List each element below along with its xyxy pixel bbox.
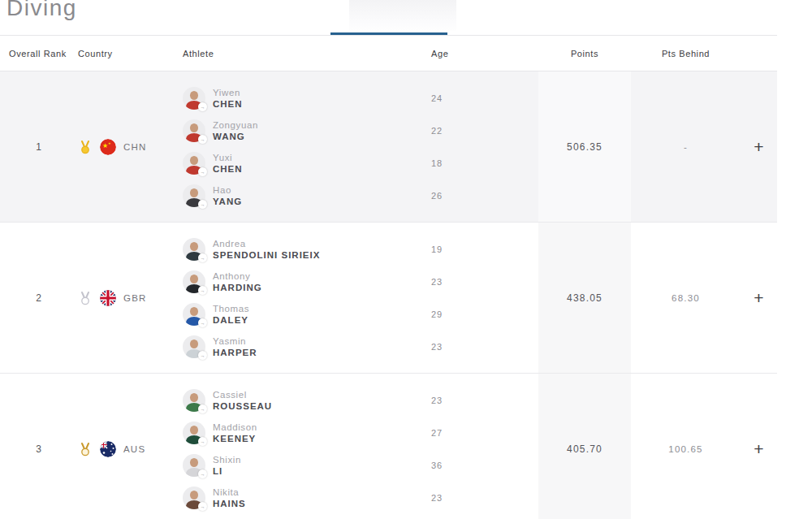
- results-page: Diving Overall Rank Country Athlete Age …: [0, 0, 812, 519]
- header-pts-behind: Pts Behind: [631, 49, 741, 58]
- expand-row-button[interactable]: +: [752, 288, 765, 308]
- athlete-row[interactable]: → Andrea SPENDOLINI SIRIEIX 19: [183, 233, 538, 266]
- pts-behind-value: 100.65: [631, 374, 741, 519]
- athlete-last-name: HAINS: [213, 498, 431, 509]
- overall-rank-value: 3: [0, 374, 78, 519]
- expand-row-button[interactable]: +: [752, 439, 765, 459]
- country-code: AUS: [123, 444, 145, 454]
- athlete-row[interactable]: → Yuxi CHEN 18: [183, 147, 538, 179]
- athlete-avatar: →: [183, 270, 205, 293]
- tab-faded[interactable]: [349, 0, 456, 31]
- country-code: GBR: [123, 293, 147, 303]
- athlete-link-icon: →: [198, 102, 207, 111]
- athlete-avatar: →: [183, 184, 205, 207]
- table-header-row: Overall Rank Country Athlete Age Points …: [0, 36, 777, 71]
- athlete-first-name: Anthony: [213, 270, 431, 282]
- athlete-link-icon: →: [198, 502, 207, 511]
- athlete-row[interactable]: → Maddison KEENEY 27: [183, 417, 538, 449]
- athlete-row[interactable]: → Thomas DALEY 29: [183, 298, 538, 331]
- athlete-last-name: CHEN: [213, 163, 431, 175]
- athlete-last-name: YANG: [213, 196, 431, 207]
- results-table: Overall Rank Country Athlete Age Points …: [0, 35, 777, 519]
- table-row-aus: 3: [0, 374, 777, 519]
- athlete-last-name: DALEY: [213, 314, 431, 326]
- gbr-flag-icon: [100, 290, 116, 306]
- athlete-link-icon: →: [198, 351, 207, 360]
- athlete-row[interactable]: → Cassiel ROUSSEAU 23: [183, 384, 538, 417]
- athlete-first-name: Thomas: [213, 303, 431, 314]
- athlete-age: 23: [431, 342, 443, 352]
- header-age: Age: [431, 49, 538, 58]
- athlete-avatar: →: [183, 152, 205, 175]
- svg-text:★: ★: [108, 141, 111, 145]
- athlete-link-icon: →: [198, 253, 207, 262]
- athlete-age: 29: [431, 309, 443, 319]
- table-row-chn: 1 ★ ★ CHN →: [0, 71, 777, 223]
- athlete-last-name: WANG: [213, 131, 431, 142]
- athlete-last-name: ROUSSEAU: [213, 400, 431, 412]
- athlete-link-icon: →: [198, 135, 207, 144]
- points-value: 438.05: [538, 223, 631, 373]
- athlete-age: 27: [431, 428, 443, 438]
- athlete-age: 36: [431, 461, 443, 470]
- chn-flag-icon: ★ ★: [100, 139, 116, 155]
- athlete-avatar: →: [183, 487, 205, 509]
- athlete-avatar: →: [183, 389, 205, 412]
- athlete-first-name: Zongyuan: [213, 119, 431, 131]
- athlete-age: 23: [431, 396, 443, 405]
- header-athlete: Athlete: [183, 49, 431, 58]
- athlete-row[interactable]: → Hao YANG 26: [183, 179, 538, 212]
- aus-flag-icon: [100, 441, 116, 457]
- athlete-avatar: →: [183, 87, 205, 110]
- athlete-row[interactable]: → Shixin LI 36: [183, 449, 538, 482]
- header-country: Country: [78, 49, 183, 58]
- athlete-row[interactable]: → Yiwen CHEN 24: [183, 82, 538, 115]
- athlete-age: 24: [431, 93, 443, 103]
- header-overall-rank: Overall Rank: [0, 49, 78, 58]
- athlete-link-icon: →: [198, 318, 207, 327]
- athlete-last-name: HARPER: [213, 347, 431, 358]
- athlete-avatar: →: [183, 303, 205, 326]
- bronze-medal-icon: [78, 442, 93, 456]
- athlete-link-icon: →: [198, 404, 207, 413]
- athlete-avatar: →: [183, 238, 205, 261]
- athlete-first-name: Shixin: [213, 454, 431, 465]
- athlete-first-name: Cassiel: [213, 389, 431, 400]
- athlete-age: 26: [431, 191, 443, 201]
- athlete-first-name: Nikita: [213, 487, 431, 498]
- athlete-last-name: LI: [213, 465, 431, 477]
- pts-behind-value: 68.30: [631, 223, 741, 373]
- athlete-first-name: Yasmin: [213, 335, 431, 347]
- athlete-age: 18: [431, 158, 443, 168]
- athlete-age: 23: [431, 277, 443, 287]
- table-row-gbr: 2 GBR: [0, 223, 777, 374]
- athlete-last-name: CHEN: [213, 98, 431, 110]
- athlete-link-icon: →: [198, 437, 207, 446]
- athlete-link-icon: →: [198, 469, 207, 478]
- athlete-row[interactable]: → Nikita HAINS 23: [183, 482, 538, 514]
- points-value: 506.35: [538, 71, 631, 222]
- athlete-last-name: HARDING: [213, 282, 431, 293]
- athlete-age: 23: [431, 493, 443, 503]
- athlete-row[interactable]: → Anthony HARDING 23: [183, 266, 538, 298]
- athlete-last-name: KEENEY: [213, 433, 431, 444]
- expand-row-button[interactable]: +: [752, 136, 765, 157]
- overall-rank-value: 1: [0, 71, 78, 222]
- athlete-avatar: →: [183, 119, 205, 142]
- pts-behind-value: -: [631, 71, 741, 222]
- athlete-first-name: Yiwen: [213, 87, 431, 98]
- gold-medal-icon: [78, 140, 93, 154]
- athlete-avatar: →: [183, 422, 205, 444]
- header-points: Points: [538, 49, 631, 58]
- page-title: Diving: [6, 0, 77, 21]
- athlete-link-icon: →: [198, 167, 207, 176]
- athlete-row[interactable]: → Zongyuan WANG 22: [183, 115, 538, 147]
- athlete-link-icon: →: [198, 200, 207, 209]
- athlete-first-name: Hao: [213, 184, 431, 196]
- athlete-first-name: Maddison: [213, 422, 431, 433]
- athlete-row[interactable]: → Yasmin HARPER 23: [183, 331, 538, 363]
- country-code: CHN: [123, 142, 147, 152]
- athlete-link-icon: →: [198, 286, 207, 295]
- athlete-avatar: →: [183, 454, 205, 477]
- athlete-first-name: Andrea: [213, 238, 431, 249]
